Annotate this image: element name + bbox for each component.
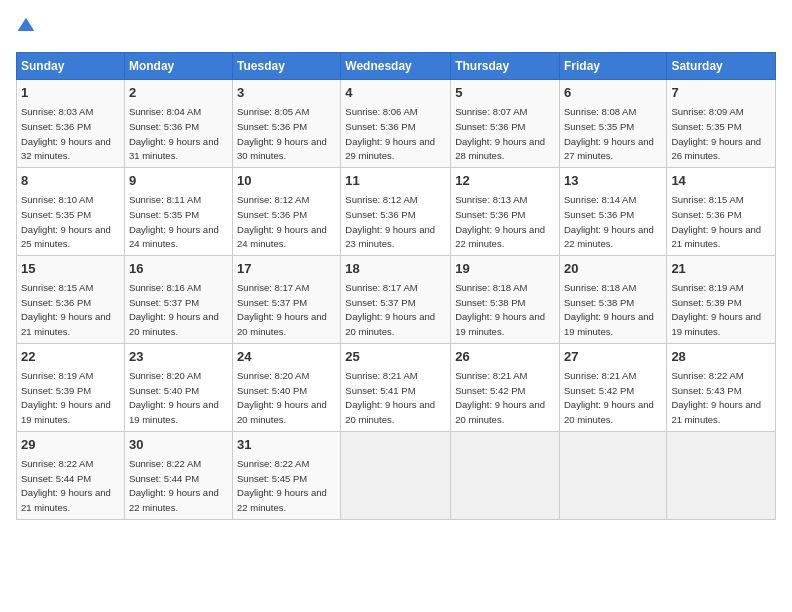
day-detail: Sunrise: 8:06 AMSunset: 5:36 PMDaylight:…	[345, 106, 435, 161]
day-detail: Sunrise: 8:12 AMSunset: 5:36 PMDaylight:…	[345, 194, 435, 249]
logo	[16, 16, 38, 40]
calendar-cell: 11 Sunrise: 8:12 AMSunset: 5:36 PMDaylig…	[341, 167, 451, 255]
day-detail: Sunrise: 8:15 AMSunset: 5:36 PMDaylight:…	[671, 194, 761, 249]
day-detail: Sunrise: 8:20 AMSunset: 5:40 PMDaylight:…	[129, 370, 219, 425]
calendar-cell: 8 Sunrise: 8:10 AMSunset: 5:35 PMDayligh…	[17, 167, 125, 255]
calendar-cell: 25 Sunrise: 8:21 AMSunset: 5:41 PMDaylig…	[341, 343, 451, 431]
calendar-body: 1 Sunrise: 8:03 AMSunset: 5:36 PMDayligh…	[17, 80, 776, 520]
calendar-cell: 18 Sunrise: 8:17 AMSunset: 5:37 PMDaylig…	[341, 255, 451, 343]
calendar-cell	[667, 431, 776, 519]
day-detail: Sunrise: 8:04 AMSunset: 5:36 PMDaylight:…	[129, 106, 219, 161]
day-detail: Sunrise: 8:12 AMSunset: 5:36 PMDaylight:…	[237, 194, 327, 249]
calendar-cell	[341, 431, 451, 519]
day-number: 12	[455, 172, 555, 190]
weekday-header: Thursday	[451, 53, 560, 80]
day-number: 6	[564, 84, 662, 102]
page-container: SundayMondayTuesdayWednesdayThursdayFrid…	[0, 0, 792, 530]
day-detail: Sunrise: 8:17 AMSunset: 5:37 PMDaylight:…	[345, 282, 435, 337]
day-detail: Sunrise: 8:19 AMSunset: 5:39 PMDaylight:…	[21, 370, 111, 425]
day-detail: Sunrise: 8:19 AMSunset: 5:39 PMDaylight:…	[671, 282, 761, 337]
day-detail: Sunrise: 8:17 AMSunset: 5:37 PMDaylight:…	[237, 282, 327, 337]
day-detail: Sunrise: 8:03 AMSunset: 5:36 PMDaylight:…	[21, 106, 111, 161]
calendar-cell: 27 Sunrise: 8:21 AMSunset: 5:42 PMDaylig…	[559, 343, 666, 431]
day-number: 15	[21, 260, 120, 278]
day-detail: Sunrise: 8:22 AMSunset: 5:44 PMDaylight:…	[129, 458, 219, 513]
day-number: 17	[237, 260, 336, 278]
calendar-cell: 21 Sunrise: 8:19 AMSunset: 5:39 PMDaylig…	[667, 255, 776, 343]
day-number: 29	[21, 436, 120, 454]
day-detail: Sunrise: 8:15 AMSunset: 5:36 PMDaylight:…	[21, 282, 111, 337]
day-detail: Sunrise: 8:22 AMSunset: 5:43 PMDaylight:…	[671, 370, 761, 425]
day-detail: Sunrise: 8:18 AMSunset: 5:38 PMDaylight:…	[455, 282, 545, 337]
calendar-header: SundayMondayTuesdayWednesdayThursdayFrid…	[17, 53, 776, 80]
day-detail: Sunrise: 8:21 AMSunset: 5:42 PMDaylight:…	[564, 370, 654, 425]
calendar-cell: 19 Sunrise: 8:18 AMSunset: 5:38 PMDaylig…	[451, 255, 560, 343]
calendar-cell: 7 Sunrise: 8:09 AMSunset: 5:35 PMDayligh…	[667, 80, 776, 168]
calendar-cell: 26 Sunrise: 8:21 AMSunset: 5:42 PMDaylig…	[451, 343, 560, 431]
day-detail: Sunrise: 8:13 AMSunset: 5:36 PMDaylight:…	[455, 194, 545, 249]
calendar-week-row: 22 Sunrise: 8:19 AMSunset: 5:39 PMDaylig…	[17, 343, 776, 431]
day-number: 1	[21, 84, 120, 102]
calendar-cell: 28 Sunrise: 8:22 AMSunset: 5:43 PMDaylig…	[667, 343, 776, 431]
calendar-cell: 22 Sunrise: 8:19 AMSunset: 5:39 PMDaylig…	[17, 343, 125, 431]
weekday-header: Monday	[124, 53, 232, 80]
calendar-week-row: 1 Sunrise: 8:03 AMSunset: 5:36 PMDayligh…	[17, 80, 776, 168]
calendar-cell: 3 Sunrise: 8:05 AMSunset: 5:36 PMDayligh…	[233, 80, 341, 168]
weekday-header: Sunday	[17, 53, 125, 80]
calendar-cell: 29 Sunrise: 8:22 AMSunset: 5:44 PMDaylig…	[17, 431, 125, 519]
calendar-cell: 17 Sunrise: 8:17 AMSunset: 5:37 PMDaylig…	[233, 255, 341, 343]
weekday-header: Friday	[559, 53, 666, 80]
calendar-week-row: 29 Sunrise: 8:22 AMSunset: 5:44 PMDaylig…	[17, 431, 776, 519]
day-number: 4	[345, 84, 446, 102]
calendar-cell: 1 Sunrise: 8:03 AMSunset: 5:36 PMDayligh…	[17, 80, 125, 168]
day-number: 25	[345, 348, 446, 366]
calendar-cell: 15 Sunrise: 8:15 AMSunset: 5:36 PMDaylig…	[17, 255, 125, 343]
day-detail: Sunrise: 8:09 AMSunset: 5:35 PMDaylight:…	[671, 106, 761, 161]
day-detail: Sunrise: 8:11 AMSunset: 5:35 PMDaylight:…	[129, 194, 219, 249]
day-detail: Sunrise: 8:16 AMSunset: 5:37 PMDaylight:…	[129, 282, 219, 337]
calendar-cell: 9 Sunrise: 8:11 AMSunset: 5:35 PMDayligh…	[124, 167, 232, 255]
calendar-cell: 24 Sunrise: 8:20 AMSunset: 5:40 PMDaylig…	[233, 343, 341, 431]
day-number: 26	[455, 348, 555, 366]
calendar-cell: 13 Sunrise: 8:14 AMSunset: 5:36 PMDaylig…	[559, 167, 666, 255]
calendar-cell: 14 Sunrise: 8:15 AMSunset: 5:36 PMDaylig…	[667, 167, 776, 255]
day-number: 5	[455, 84, 555, 102]
weekday-header: Wednesday	[341, 53, 451, 80]
calendar-cell: 12 Sunrise: 8:13 AMSunset: 5:36 PMDaylig…	[451, 167, 560, 255]
day-number: 24	[237, 348, 336, 366]
day-number: 28	[671, 348, 771, 366]
day-number: 22	[21, 348, 120, 366]
day-detail: Sunrise: 8:21 AMSunset: 5:42 PMDaylight:…	[455, 370, 545, 425]
calendar-cell: 10 Sunrise: 8:12 AMSunset: 5:36 PMDaylig…	[233, 167, 341, 255]
calendar-cell: 23 Sunrise: 8:20 AMSunset: 5:40 PMDaylig…	[124, 343, 232, 431]
day-number: 3	[237, 84, 336, 102]
day-detail: Sunrise: 8:07 AMSunset: 5:36 PMDaylight:…	[455, 106, 545, 161]
day-detail: Sunrise: 8:21 AMSunset: 5:41 PMDaylight:…	[345, 370, 435, 425]
day-detail: Sunrise: 8:14 AMSunset: 5:36 PMDaylight:…	[564, 194, 654, 249]
day-detail: Sunrise: 8:05 AMSunset: 5:36 PMDaylight:…	[237, 106, 327, 161]
calendar-cell: 20 Sunrise: 8:18 AMSunset: 5:38 PMDaylig…	[559, 255, 666, 343]
day-number: 18	[345, 260, 446, 278]
day-number: 23	[129, 348, 228, 366]
day-number: 27	[564, 348, 662, 366]
day-number: 2	[129, 84, 228, 102]
calendar-cell: 5 Sunrise: 8:07 AMSunset: 5:36 PMDayligh…	[451, 80, 560, 168]
day-number: 14	[671, 172, 771, 190]
day-number: 10	[237, 172, 336, 190]
calendar-cell: 31 Sunrise: 8:22 AMSunset: 5:45 PMDaylig…	[233, 431, 341, 519]
logo-icon	[16, 16, 36, 36]
calendar-week-row: 15 Sunrise: 8:15 AMSunset: 5:36 PMDaylig…	[17, 255, 776, 343]
weekday-header: Saturday	[667, 53, 776, 80]
calendar-cell: 6 Sunrise: 8:08 AMSunset: 5:35 PMDayligh…	[559, 80, 666, 168]
weekday-row: SundayMondayTuesdayWednesdayThursdayFrid…	[17, 53, 776, 80]
day-number: 16	[129, 260, 228, 278]
calendar-cell: 2 Sunrise: 8:04 AMSunset: 5:36 PMDayligh…	[124, 80, 232, 168]
calendar-cell: 16 Sunrise: 8:16 AMSunset: 5:37 PMDaylig…	[124, 255, 232, 343]
calendar-cell	[451, 431, 560, 519]
calendar-cell	[559, 431, 666, 519]
day-number: 13	[564, 172, 662, 190]
day-number: 9	[129, 172, 228, 190]
day-number: 7	[671, 84, 771, 102]
day-detail: Sunrise: 8:08 AMSunset: 5:35 PMDaylight:…	[564, 106, 654, 161]
day-detail: Sunrise: 8:10 AMSunset: 5:35 PMDaylight:…	[21, 194, 111, 249]
